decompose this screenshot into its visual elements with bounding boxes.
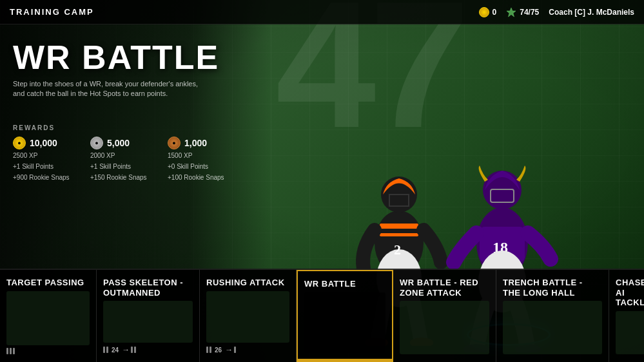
gold-amount: 10,000 (30, 138, 57, 148)
tab-thumbnail (206, 291, 289, 343)
tab-rushing-attack[interactable]: RUSHING ATTACK 26 → (200, 270, 297, 362)
bronze-skill: +0 Skill Points (168, 162, 229, 171)
tab-wr-battle-rz[interactable]: WR BATTLE - RED ZONE ATTACK (393, 270, 496, 362)
coins-stat: 0 (479, 7, 497, 17)
prog-tick (6, 348, 8, 354)
coach-stat: Coach [C] J. McDaniels (549, 8, 634, 17)
bottom-tabs: TARGET PASSING PASS SKELETON - OUTMANNED… (0, 269, 644, 362)
screen-title: TRAINING CAMP (10, 7, 94, 17)
tab-label: TARGET PASSING (6, 278, 90, 288)
tab-thumbnail (616, 311, 644, 354)
title-section: WR BATTLE Step into the shoes of a WR, b… (13, 41, 219, 99)
star-icon (506, 7, 516, 17)
stars-value: 74/75 (520, 8, 539, 17)
tab-thumbnail (400, 301, 489, 354)
mode-description: Step into the shoes of a WR, break your … (13, 79, 206, 99)
coach-label: Coach [C] J. McDaniels (549, 8, 634, 17)
prog-tick (13, 348, 15, 354)
tab-label: TRENCH BATTLE - THE LONG HALL (503, 278, 602, 298)
coin-icon (479, 7, 489, 17)
tab-label: CHASE AI TACKLE (616, 278, 644, 308)
tab-thumbnail (6, 291, 90, 345)
tab-thumbnail (103, 301, 193, 343)
gold-snaps: +900 Rookie Snaps (13, 173, 74, 182)
gold-skill: +1 Skill Points (13, 162, 74, 171)
tabs-container: TARGET PASSING PASS SKELETON - OUTMANNED… (0, 270, 644, 362)
prog-tick (10, 348, 12, 354)
tab-label: WR BATTLE - RED ZONE ATTACK (400, 278, 489, 298)
tab-chase-ai-tackle[interactable]: CHASE AI TACKLE (609, 270, 644, 362)
bronze-coin-icon: ● (168, 137, 181, 149)
tab-label: RUSHING ATTACK (206, 278, 289, 288)
mode-title: WR BATTLE (13, 41, 219, 74)
silver-xp: 2000 XP (90, 151, 151, 160)
svg-marker-17 (507, 8, 516, 17)
reward-gold: ● 10,000 2500 XP +1 Skill Points +900 Ro… (13, 137, 74, 182)
prog-label: 26 (215, 347, 222, 354)
prog-tick (210, 347, 211, 353)
prog-tick (131, 347, 133, 353)
coin-value: 0 (493, 8, 497, 17)
silver-snaps: +150 Rookie Snaps (90, 173, 151, 182)
prog-tick (134, 347, 136, 353)
prog-tick (103, 347, 105, 353)
topbar-stats: 0 74/75 Coach [C] J. McDaniels (479, 7, 634, 17)
reward-bronze: ● 1,000 1500 XP +0 Skill Points +100 Roo… (168, 137, 229, 182)
tab-thumbnail (503, 301, 602, 354)
tab-pass-skeleton[interactable]: PASS SKELETON - OUTMANNED 24 → (97, 270, 200, 362)
bronze-amount: 1,000 (184, 138, 207, 148)
tab-progress-row: 26 → (206, 345, 289, 354)
rewards-row: ● 10,000 2500 XP +1 Skill Points +900 Ro… (13, 137, 229, 182)
prog-label: 24 (112, 347, 119, 354)
top-bar: TRAINING CAMP 0 74/75 Coach [C] J. McDan… (0, 0, 644, 24)
tab-target-passing[interactable]: TARGET PASSING (0, 270, 97, 362)
silver-coin-icon: ● (90, 137, 103, 149)
bronze-snaps: +100 Rookie Snaps (168, 173, 229, 182)
tab-progress-row (6, 348, 90, 354)
stars-stat: 74/75 (506, 7, 539, 17)
tab-wr-battle[interactable]: WR BATTLE (297, 270, 393, 362)
tab-label: PASS SKELETON - OUTMANNED (103, 278, 193, 298)
prog-arrow: → (122, 345, 130, 354)
reward-silver: ● 5,000 2000 XP +1 Skill Points +150 Roo… (90, 137, 151, 182)
silver-skill: +1 Skill Points (90, 162, 151, 171)
prog-arrow: → (225, 345, 233, 354)
main-content: WR BATTLE Step into the shoes of a WR, b… (0, 24, 644, 269)
rewards-section: REWARDS ● 10,000 2500 XP +1 Skill Points… (13, 124, 229, 186)
rewards-label: REWARDS (13, 124, 229, 131)
tab-thumbnail (304, 292, 385, 353)
silver-amount: 5,000 (107, 138, 130, 148)
prog-tick (206, 347, 208, 353)
tab-trench-battle[interactable]: TRENCH BATTLE - THE LONG HALL (496, 270, 609, 362)
prog-tick (106, 347, 108, 353)
tab-progress-row: 24 → (103, 345, 193, 354)
gold-xp: 2500 XP (13, 151, 74, 160)
tab-label: WR BATTLE (304, 279, 385, 289)
prog-tick (234, 347, 236, 353)
gold-coin-icon: ● (13, 137, 26, 149)
bronze-xp: 1500 XP (168, 151, 229, 160)
